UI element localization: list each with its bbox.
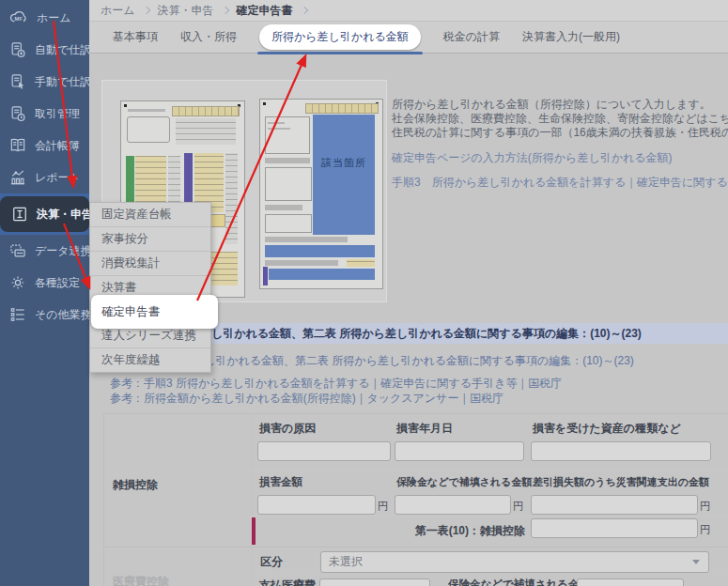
amount-grid (347, 259, 375, 267)
sidebar-item-data-link[interactable]: データ連携 (0, 235, 89, 267)
damage-date-input[interactable] (395, 441, 524, 461)
breadcrumb-home[interactable]: ホーム (101, 3, 135, 19)
total-deduction-input[interactable] (531, 518, 698, 538)
text-line (268, 122, 285, 124)
form-title-line (128, 109, 165, 112)
breadcrumb-closing-filing[interactable]: 決算・申告 (158, 3, 214, 19)
input-method-link[interactable]: 確定申告ページの入力方法(所得から差し引かれる金額) (392, 150, 673, 166)
sidebar-item-home[interactable]: MF ホーム (0, 2, 89, 34)
list-icon (8, 305, 27, 324)
tab-deductions-from-income[interactable]: 所得から差し引かれる金額 (259, 24, 421, 50)
row-divider (252, 516, 728, 517)
row-divider (252, 574, 728, 576)
field-label-damaged-asset-type: 損害を受けた資産の種類など (533, 421, 681, 437)
breadcrumb-tax-return: 確定申告書 (237, 3, 293, 19)
intro-line-3: 住民税の計算に関する事項の一部（16歳未満の扶養親族・住民税の寄附金税額控除） (392, 125, 728, 141)
sidebar-item-ledgers[interactable]: 会計帳簿 (0, 130, 89, 162)
sidebar-item-settings[interactable]: 各種設定 (0, 267, 89, 299)
sidebar-item-other-tasks[interactable]: その他業務 (0, 299, 89, 331)
field-label-damage-date: 損害年月日 (396, 421, 453, 437)
cell-divider (316, 547, 317, 574)
sidebar-item-transactions[interactable]: 取引管理 (0, 98, 89, 130)
sidebar-item-auto-journal[interactable]: 自動で仕訳 (0, 34, 89, 66)
sidebar-item-label: 手動で仕訳 (35, 74, 91, 90)
yen-suffix: 円 (513, 500, 524, 514)
kubun-label: 区分 (260, 554, 283, 570)
highlighted-band (269, 269, 375, 280)
chevron-right-icon (300, 7, 307, 14)
total-row-label: 第一表(10)：雑損控除 (258, 523, 525, 539)
row-divider (252, 470, 728, 471)
svg-text:MF: MF (15, 16, 23, 22)
nta-guide-link[interactable]: 手順3 所得から差し引かれる金額を計算する｜確定申告に関する手引き等｜国税庁 (392, 175, 728, 191)
text-line (268, 128, 290, 130)
purple-section-strip (263, 267, 268, 285)
yen-suffix: 円 (700, 523, 711, 537)
tutorial-screenshot: { "sidebar": { "items": [ {"label": "ホーム… (0, 0, 728, 586)
disaster-expense-input[interactable] (531, 495, 698, 515)
paid-medical-label: 支払医療費 (259, 578, 316, 586)
damaged-asset-type-input[interactable] (531, 441, 711, 461)
sidebar-item-reports[interactable]: レポート (0, 162, 89, 193)
sidebar-item-label: 自動で仕訳 (35, 42, 91, 58)
section-header-bar (265, 237, 348, 242)
medical-insurance-compensation-input[interactable] (577, 578, 684, 586)
maroon-row-marker (252, 517, 256, 545)
form-header-cells (172, 106, 240, 116)
chevron-right-icon (221, 7, 228, 14)
tab-basic-items[interactable]: 基本事項 (113, 29, 158, 45)
submenu-item-home-business-split[interactable]: 家事按分 (90, 226, 210, 251)
field-label-damage-amount: 損害金額 (259, 475, 302, 489)
sidebar-item-label: その他業務 (35, 307, 92, 323)
table-border (103, 413, 104, 586)
label-column-divider (252, 413, 253, 586)
document-plus-icon (8, 40, 27, 59)
form-grid (176, 118, 236, 145)
sidebar-item-manual-journal[interactable]: 手動で仕訳 (0, 66, 89, 98)
sidebar-item-label: 会計帳簿 (35, 138, 80, 154)
registration-mark (263, 102, 266, 105)
kubun-selected-value: 未選択 (329, 554, 363, 570)
tab-tax-calculation[interactable]: 税金の計算 (443, 29, 500, 45)
sidebar-item-label: ホーム (37, 10, 71, 26)
closing-filing-submenu: 固定資産台帳 家事按分 消費税集計 決算書 確定申告書 達人シリーズ連携 次年度… (89, 202, 211, 373)
yen-suffix: 円 (378, 500, 389, 514)
damage-cause-input[interactable] (257, 441, 391, 461)
detail-box (265, 214, 312, 233)
section-header-bar (265, 260, 338, 266)
breadcrumb: ホーム 決算・申告 確定申告書 (89, 0, 728, 22)
insurance-compensation-input[interactable] (395, 495, 511, 515)
chevron-right-icon (142, 7, 149, 14)
submenu-item-fixed-assets[interactable]: 固定資産台帳 (90, 203, 210, 226)
medical-deduction-row-label: 医療費控除 (113, 574, 169, 586)
tab-financial-statements-input[interactable]: 決算書入力(一般用) (522, 29, 620, 45)
tab-bar: 基本事項 収入・所得 所得から差し引かれる金額 税金の計算 決算書入力(一般用) (89, 22, 728, 54)
chevron-down-icon (692, 560, 700, 564)
submenu-item-consumption-tax[interactable]: 消費税集計 (90, 251, 210, 275)
highlighted-band (265, 245, 375, 257)
submenu-item-tax-return[interactable]: 確定申告書 (91, 295, 218, 329)
document-clock-icon (8, 104, 27, 123)
section-header-bar (265, 205, 302, 210)
section-header-bar (265, 158, 310, 163)
registration-mark (124, 104, 127, 107)
section-divider (103, 547, 728, 548)
paid-medical-input[interactable] (319, 578, 430, 586)
submenu-item-next-year-carryover[interactable]: 次年度繰越 (90, 347, 210, 372)
sidebar-item-label: 各種設定 (35, 275, 80, 291)
open-book-icon (8, 136, 27, 155)
damage-amount-input[interactable] (257, 495, 376, 515)
reference-link-2[interactable]: 参考：所得金額から差し引かれる金額(所得控除)｜タックスアンサー｜国税庁 (110, 391, 503, 407)
sidebar-item-label: 決算・申告 (37, 207, 93, 223)
highlighted-area (313, 115, 375, 235)
highlight-area-label: 該当箇所 (313, 156, 375, 170)
sidebar-item-label: 取引管理 (35, 106, 80, 122)
reference-link-1[interactable]: 参考：手順3 所得から差し引かれる金額を計算する｜確定申告に関する手引き等｜国税… (110, 376, 562, 392)
bar-chart-icon (8, 168, 27, 187)
sidebar: MF ホーム 自動で仕訳 手動で仕訳 取引管理 会計帳簿 (0, 0, 89, 586)
sidebar-item-closing-filing[interactable]: 決算・申告 (0, 193, 89, 235)
yen-suffix: 円 (700, 500, 711, 514)
deduction-row-label: 雑損控除 (113, 477, 158, 493)
tab-income[interactable]: 収入・所得 (180, 29, 237, 45)
kubun-select[interactable]: 未選択 (320, 551, 709, 573)
